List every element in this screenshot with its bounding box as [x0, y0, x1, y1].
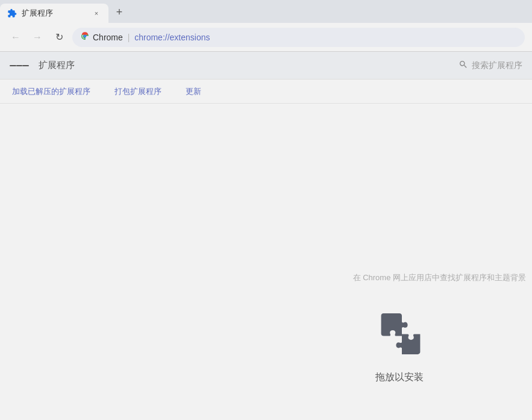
svg-point-1	[84, 35, 87, 38]
browser-frame: 扩展程序 × + ← → ↻ Chrome | chrome://extensi	[0, 0, 532, 420]
active-tab: 扩展程序 ×	[0, 4, 108, 23]
address-bar-input[interactable]: Chrome | chrome://extensions	[72, 28, 525, 47]
new-tab-button[interactable]: +	[111, 4, 128, 20]
search-placeholder-text: 搜索扩展程序	[472, 60, 522, 71]
chrome-store-link[interactable]: 在 Chrome 网上应用店中查找扩展程序和主题背景	[353, 272, 532, 283]
dev-toolbar: 加载已解压的扩展程序 打包扩展程序 更新	[0, 80, 532, 104]
extensions-title: 扩展程序	[39, 60, 75, 71]
extensions-main-content: 在 Chrome 网上应用店中查找扩展程序和主题背景 拖放以安装	[0, 104, 532, 420]
update-button[interactable]: 更新	[186, 86, 201, 97]
reload-button[interactable]: ↻	[51, 29, 67, 46]
tab-icon	[7, 8, 17, 18]
hamburger-menu-button[interactable]	[10, 56, 29, 75]
ham-line-2	[16, 65, 23, 66]
brand-text: Chrome	[93, 33, 123, 42]
search-icon	[458, 60, 468, 72]
drop-puzzle-icon	[375, 311, 424, 359]
drop-label-text: 拖放以安装	[375, 371, 424, 384]
address-text: Chrome | chrome://extensions	[93, 33, 210, 42]
ham-line-3	[22, 65, 29, 66]
url-text: chrome://extensions	[134, 33, 210, 42]
ham-line-1	[10, 65, 16, 66]
tab-close-button[interactable]: ×	[92, 8, 101, 18]
tab-bar: 扩展程序 × +	[0, 0, 532, 23]
address-bar: ← → ↻ Chrome | chrome://extensions	[0, 23, 532, 52]
pack-extension-button[interactable]: 打包扩展程序	[114, 86, 161, 97]
back-button[interactable]: ←	[7, 29, 24, 46]
tab-label: 扩展程序	[22, 8, 87, 19]
drop-zone: 拖放以安装	[375, 311, 424, 384]
extensions-page: 扩展程序 搜索扩展程序 加载已解压的扩展程序 打包扩展程序 更新 在 Chrom…	[0, 52, 532, 420]
search-area: 搜索扩展程序	[458, 60, 522, 72]
forward-button[interactable]: →	[29, 29, 46, 46]
extensions-toolbar: 扩展程序 搜索扩展程序	[0, 52, 532, 80]
chrome-logo-icon	[81, 32, 89, 42]
load-unpacked-button[interactable]: 加载已解压的扩展程序	[12, 86, 90, 97]
separator: |	[128, 33, 130, 42]
